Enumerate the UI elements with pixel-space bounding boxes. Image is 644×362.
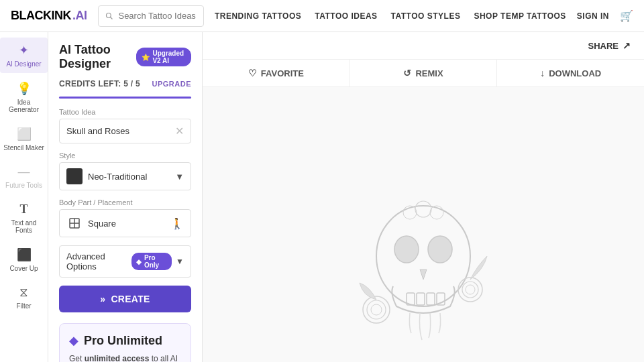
- remix-label: REMIX: [415, 68, 443, 78]
- share-button[interactable]: SHARE ↗: [588, 40, 631, 51]
- cart-icon[interactable]: 🛒: [620, 9, 633, 22]
- credits-bar: CREDITS LEFT: 5 / 5 UPGRADE: [59, 79, 191, 88]
- filter-icon: ⧖: [19, 286, 28, 300]
- search-icon: [105, 11, 113, 21]
- sidebar-item-idea-generator-label: Idea Generator: [3, 99, 45, 113]
- favorite-action[interactable]: ♡ FAVORITE: [203, 60, 350, 86]
- credits-progress: [59, 97, 191, 99]
- credits-fill: [59, 97, 191, 99]
- sidebar-item-text-fonts-label: Text and Fonts: [3, 219, 45, 234]
- favorite-icon: ♡: [248, 68, 257, 78]
- panel: AI Tattoo Designer ⭐ Upgraded V2 AI CRED…: [48, 32, 203, 362]
- pro-card-subtitle: Get unlimited access to all AI features:: [69, 353, 181, 362]
- preview-area: SHARE ↗ ♡ FAVORITE ↺ REMIX ↓ DOWNLOAD: [203, 32, 644, 362]
- create-button[interactable]: » CREATE: [59, 286, 191, 312]
- pro-diamond-icon: ◆: [69, 333, 78, 348]
- svg-point-16: [462, 282, 478, 298]
- body-placement-field-group: Body Part / Placement Square 🚶: [59, 198, 191, 237]
- search-input[interactable]: [118, 11, 196, 21]
- download-icon: ↓: [540, 68, 545, 78]
- advanced-options-label: Advanced Options: [66, 251, 131, 272]
- nav-trending[interactable]: TRENDING TATTOOS: [215, 11, 301, 21]
- upgrade-link[interactable]: UPGRADE: [152, 80, 191, 88]
- sidebar: ✦ AI Designer 💡 Idea Generator ⬜ Stencil…: [0, 32, 48, 362]
- stencil-maker-icon: ⬜: [17, 127, 32, 141]
- svg-point-5: [376, 206, 470, 306]
- nav-links: TRENDING TATTOOS TATTOO IDEAS TATTOO STY…: [215, 11, 566, 21]
- tattoo-idea-input-wrapper[interactable]: ✕: [59, 119, 191, 143]
- idea-generator-icon: 💡: [17, 81, 32, 96]
- style-chevron-icon: ▼: [175, 172, 184, 182]
- svg-point-6: [394, 236, 419, 263]
- logo[interactable]: BLACKINK.AI: [11, 9, 87, 23]
- sidebar-item-stencil-maker-label: Stencil Maker: [3, 144, 44, 152]
- pro-card-title: Pro Unlimited: [84, 334, 162, 348]
- svg-point-18: [415, 201, 431, 217]
- sidebar-item-filter[interactable]: ⧖ Filter: [0, 280, 48, 315]
- favorite-label: FAVORITE: [261, 68, 304, 78]
- svg-rect-9: [417, 293, 425, 305]
- style-field-group: Style Neo-Traditional ▼: [59, 152, 191, 190]
- pro-card-header: ◆ Pro Unlimited: [69, 333, 181, 348]
- style-thumbnail: [66, 168, 83, 184]
- download-label: DOWNLOAD: [549, 68, 601, 78]
- sidebar-item-idea-generator[interactable]: 💡 Idea Generator: [0, 76, 48, 119]
- cover-up-icon: ⬛: [17, 247, 32, 262]
- sign-in-button[interactable]: SIGN IN: [577, 11, 609, 21]
- credits-text: CREDITS LEFT: 5 / 5: [59, 79, 140, 88]
- badge-star-icon: ⭐: [142, 54, 150, 61]
- placement-figure-icon: 🚶: [170, 217, 184, 230]
- pro-only-label: Pro Only: [144, 254, 167, 269]
- top-nav: BLACKINK.AI TRENDING TATTOOS TATTOO IDEA…: [0, 0, 644, 32]
- share-icon: ↗: [623, 40, 631, 51]
- share-label: SHARE: [588, 41, 619, 51]
- sidebar-item-stencil-maker[interactable]: ⬜ Stencil Maker: [0, 121, 48, 157]
- tattoo-idea-field-group: Tattoo Idea ✕: [59, 108, 191, 143]
- main-layout: ✦ AI Designer 💡 Idea Generator ⬜ Stencil…: [0, 32, 644, 362]
- tattoo-idea-label: Tattoo Idea: [59, 108, 191, 116]
- style-value: Neo-Traditional: [88, 172, 170, 182]
- remix-action[interactable]: ↺ REMIX: [350, 60, 498, 86]
- svg-point-14: [371, 304, 382, 315]
- sidebar-item-text-fonts[interactable]: T Text and Fonts: [0, 197, 48, 239]
- style-select[interactable]: Neo-Traditional ▼: [59, 162, 191, 190]
- preview-header: SHARE ↗: [203, 32, 644, 60]
- svg-point-13: [367, 300, 386, 319]
- svg-point-0: [106, 13, 111, 17]
- content-area: AI Tattoo Designer ⭐ Upgraded V2 AI CRED…: [48, 32, 644, 362]
- sidebar-item-cover-up-label: Cover Up: [9, 265, 38, 272]
- body-placement-value: Square: [88, 219, 165, 229]
- nav-ideas[interactable]: TATTOO IDEAS: [315, 11, 377, 21]
- remix-icon: ↺: [403, 68, 411, 78]
- future-tools-icon: —: [18, 165, 30, 179]
- pro-subtitle-plain: Get: [69, 354, 85, 362]
- upgraded-badge[interactable]: ⭐ Upgraded V2 AI: [136, 48, 191, 66]
- clear-icon[interactable]: ✕: [175, 125, 184, 137]
- pro-only-badge: ◆ Pro Only: [131, 253, 172, 270]
- sidebar-item-ai-designer[interactable]: ✦ AI Designer: [0, 38, 48, 73]
- nav-styles[interactable]: TATTOO STYLES: [391, 11, 461, 21]
- text-fonts-icon: T: [19, 202, 28, 217]
- panel-header: AI Tattoo Designer ⭐ Upgraded V2 AI: [59, 43, 191, 71]
- sidebar-item-future-tools: — Future Tools: [0, 160, 48, 194]
- style-label: Style: [59, 152, 191, 160]
- main-image-area: [203, 87, 644, 362]
- search-bar[interactable]: [98, 5, 204, 27]
- advanced-options-bar[interactable]: Advanced Options ◆ Pro Only ▼: [59, 245, 191, 278]
- sidebar-item-future-tools-label: Future Tools: [5, 182, 42, 189]
- ai-designer-icon: ✦: [19, 43, 29, 58]
- sidebar-item-cover-up[interactable]: ⬛ Cover Up: [0, 242, 48, 278]
- tattoo-preview: [316, 189, 531, 362]
- pro-diamond-small-icon: ◆: [136, 258, 142, 265]
- create-icon: »: [100, 294, 105, 304]
- panel-title: AI Tattoo Designer: [59, 43, 136, 71]
- svg-rect-10: [427, 293, 435, 305]
- download-action[interactable]: ↓ DOWNLOAD: [497, 60, 644, 86]
- svg-line-1: [110, 17, 112, 19]
- body-thumbnail: [66, 215, 83, 231]
- svg-point-7: [428, 236, 452, 263]
- tattoo-idea-input[interactable]: [66, 126, 175, 136]
- body-placement-select[interactable]: Square 🚶: [59, 209, 191, 237]
- body-placement-label: Body Part / Placement: [59, 198, 191, 206]
- nav-shop[interactable]: SHOP TEMP TATTOOS: [474, 11, 566, 21]
